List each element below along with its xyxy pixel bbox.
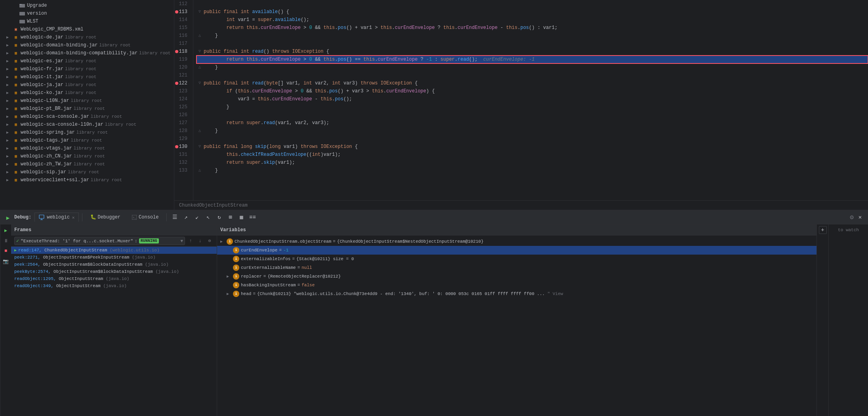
var-item-6[interactable]: ▶ i head = {Chunk@10213} "weblogic.utils… (217, 289, 816, 298)
sidebar-item-jar-19[interactable]: ▶ ▦ weblogic-zh_CN.jar library root (0, 152, 174, 160)
expand-arrow[interactable]: ▶ (6, 122, 11, 127)
expand-arrow[interactable]: ▶ (6, 130, 11, 135)
step-out-button[interactable]: ↖ (203, 213, 213, 222)
resume-icon-btn[interactable]: ▶ (2, 226, 10, 235)
grid-view-button[interactable]: ▦ (237, 213, 246, 222)
frame-item-2[interactable]: peek:2564, ObjectInputStream$BlockDataIn… (11, 261, 217, 268)
frame-item-5[interactable]: readObject:349, ObjectInputStream (java.… (11, 282, 217, 289)
var-item-0[interactable]: ▶ i ChunkedObjectInputStream.objectStrea… (217, 237, 816, 246)
var-item-4[interactable]: ▶ i replacer = {RemoteObjectReplacer@102… (217, 272, 816, 281)
settings-button[interactable]: ⚙ (850, 213, 854, 221)
var-value-6: {Chunk@10213} "weblogic.utils.io.Chunk@7… (257, 291, 563, 296)
expand-arrow[interactable]: ▶ (6, 162, 11, 167)
sidebar-item-upgrade[interactable]: Upgrade (0, 2, 174, 10)
expand-arrow[interactable]: ▶ (6, 35, 11, 40)
frame-item-0[interactable]: ▶ read:147, ChunkedObjectInputStream (we… (11, 247, 217, 254)
expand-arrow[interactable]: ▶ (6, 75, 11, 79)
sidebar-item-jar-10[interactable]: ▶ ▦ weblogic-ja.jar library root (0, 81, 174, 89)
resume-button[interactable]: ▶ (3, 213, 13, 223)
sidebar-item-jar-5[interactable]: ▶ ▦ weblogic-domain-binding.jar library … (0, 41, 174, 49)
sidebar-item-jar-7[interactable]: ▶ ▦ weblogic-es.jar library root (0, 57, 174, 65)
var-expand-0[interactable]: ▶ (220, 239, 227, 244)
filter-frame-button[interactable]: ⊜ (206, 237, 214, 245)
expand-arrow[interactable]: ▶ (6, 82, 11, 87)
var-item-2[interactable]: i externalizableInfos = {Stack@10211} si… (217, 255, 816, 263)
thread-selector[interactable]: ✓ "ExecuteThread: '1' for q...c.socket.M… (14, 237, 185, 245)
list-view-button[interactable]: ≡≡ (248, 213, 257, 222)
var-expand-4[interactable]: ▶ (227, 274, 233, 279)
evaluate-button[interactable]: ⊞ (225, 213, 235, 222)
var-item-3[interactable]: i curExternalizableName = null (217, 263, 816, 272)
close-tab-button[interactable]: ✕ (72, 215, 75, 220)
sidebar-item-wlst[interactable]: WLST (0, 17, 174, 25)
expand-arrow[interactable]: ▶ (6, 114, 11, 119)
camera-icon-btn[interactable]: 📷 (2, 257, 10, 266)
sidebar-item-jar-17[interactable]: ▶ ▦ weblogic-tags.jar library root (0, 136, 174, 144)
menu-lines-button[interactable]: ☰ (170, 213, 179, 222)
debug-session-tab[interactable]: weblogic ✕ (34, 213, 79, 222)
frame-item-1[interactable]: peek:2271, ObjectInputStream$PeekInputSt… (11, 254, 217, 261)
sidebar-item-version[interactable]: version (0, 10, 174, 17)
expand-arrow[interactable]: ▶ (6, 106, 11, 111)
sidebar-item-jar-12[interactable]: ▶ ▦ weblogic-L10N.jar library root (0, 97, 174, 105)
expand-arrow[interactable]: ▶ (6, 146, 11, 151)
close-debug-button[interactable]: ✕ (855, 213, 865, 222)
expand-arrow[interactable]: ▶ (6, 67, 11, 71)
code-line-120: △ } (196, 63, 868, 71)
frame-item-4[interactable]: readObject:1295, ObjectInputStream (java… (11, 275, 217, 282)
expand-arrow[interactable]: ▶ (6, 138, 11, 143)
expand-arrow[interactable]: ▶ (6, 178, 11, 182)
editor-area: 112 113 114 115 116 117 118 119 120 (174, 0, 868, 210)
dropdown-arrow: ▼ (180, 239, 183, 243)
sidebar-item-jar-21[interactable]: ▶ ▦ weblogic-sip.jar library root (0, 168, 174, 176)
stop-icon-btn[interactable]: ■ (2, 247, 10, 255)
sidebar-item-jar-6[interactable]: ▶ ▦ weblogic-domain-binding-compatibilit… (0, 49, 174, 57)
expand-arrow[interactable]: ▶ (6, 154, 11, 159)
step-over-button[interactable]: ↗ (181, 213, 191, 222)
lib-root-label: library root (91, 178, 122, 182)
frame-pkg-3: (java.io) (155, 269, 179, 274)
expand-arrow[interactable]: ▶ (6, 170, 11, 174)
sidebar-item-label: Upgrade (27, 3, 47, 8)
fold-118[interactable]: ▽ (196, 48, 203, 56)
line-num-115: 115 (174, 24, 190, 32)
run-to-cursor-button[interactable]: ↻ (214, 213, 224, 222)
sidebar-item-jar-22[interactable]: ▶ ▦ webserviceclient+ssl.jar library roo… (0, 176, 174, 184)
fold-130[interactable]: ▽ (196, 143, 203, 151)
sidebar-item-jar-16[interactable]: ▶ ▦ weblogic-spring.jar library root (0, 128, 174, 136)
sidebar-item-jar-20[interactable]: ▶ ▦ weblogic-zh_TW.jar library root (0, 160, 174, 168)
sidebar-item-jar-18[interactable]: ▶ ▦ weblogic-vtags.jar library root (0, 144, 174, 152)
expand-arrow[interactable]: ▶ (6, 59, 11, 63)
expand-arrow[interactable]: ▶ (6, 98, 11, 103)
sidebar-item-jar-14[interactable]: ▶ ▦ weblogic-sca-console.jar library roo… (0, 113, 174, 121)
sidebar-item-jar-15[interactable]: ▶ ▦ weblogic-sca-console-l10n.jar librar… (0, 121, 174, 128)
expand-arrow[interactable]: ▶ (6, 90, 11, 95)
var-item-5[interactable]: i hasBackingInputStream = false (217, 281, 816, 289)
sidebar-item-jar-13[interactable]: ▶ ▦ weblogic-pt_BR.jar library root (0, 105, 174, 113)
add-variable-button[interactable]: + (819, 226, 827, 234)
debugger-tab[interactable]: 🐛 Debugger (86, 213, 125, 222)
sidebar-item-jar-8[interactable]: ▶ ▦ weblogic-fr.jar library root (0, 65, 174, 73)
frame-item-3[interactable]: peekByte:2574, ObjectInputStream$BlockDa… (11, 268, 217, 275)
pause-icon-btn[interactable]: ⏸ (2, 236, 10, 245)
fold-133[interactable]: △ (196, 167, 203, 174)
sidebar-item-jar-9[interactable]: ▶ ▦ weblogic-it.jar library root (0, 73, 174, 81)
fold-116[interactable]: △ (196, 32, 203, 40)
var-expand-6[interactable]: ▶ (227, 291, 233, 296)
sidebar-item-jar-11[interactable]: ▶ ▦ weblogic-ko.jar library root (0, 89, 174, 97)
sidebar-item-xml[interactable]: ▣ WebLogic_CMP_RDBMS.xml (0, 25, 174, 33)
console-tab[interactable]: >_ Console (127, 213, 163, 222)
frame-class-4: ObjectInputStream (59, 276, 103, 281)
line-num-112: 112 (174, 0, 190, 8)
down-frame-button[interactable]: ↓ (196, 237, 204, 245)
expand-arrow[interactable]: ▶ (6, 43, 11, 48)
var-item-1[interactable]: i curEndEnvelope = -1 (217, 246, 816, 255)
fold-113[interactable]: ▽ (196, 8, 203, 16)
fold-120[interactable]: △ (196, 63, 203, 71)
step-into-button[interactable]: ↙ (192, 213, 202, 222)
expand-arrow[interactable]: ▶ (6, 51, 11, 56)
sidebar-item-jar-4[interactable]: ▶ ▦ weblogic-de.jar library root (0, 33, 174, 41)
fold-128[interactable]: △ (196, 127, 203, 135)
up-frame-button[interactable]: ↑ (187, 237, 195, 245)
fold-122[interactable]: ▽ (196, 79, 203, 87)
